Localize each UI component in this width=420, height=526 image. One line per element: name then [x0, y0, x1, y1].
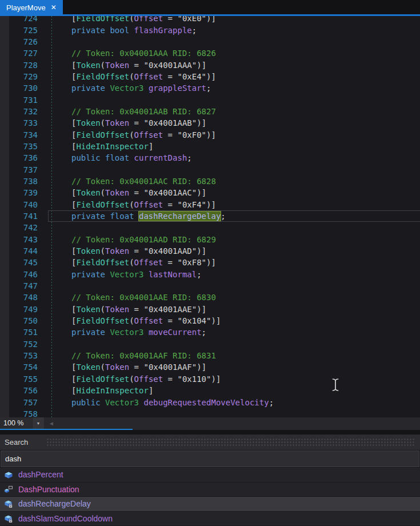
line-number[interactable]: 734 [0, 130, 38, 140]
line-number[interactable]: 747 [0, 281, 38, 290]
code-line[interactable]: 729[FieldOffset(Offset = "0xE4")] [0, 71, 420, 82]
line-number[interactable]: 731 [0, 95, 38, 105]
line-number[interactable]: 726 [0, 37, 38, 46]
line-number[interactable]: 749 [0, 305, 38, 314]
line-number[interactable]: 736 [0, 153, 38, 162]
line-number[interactable]: 745 [0, 258, 38, 267]
code-line[interactable]: 747 [0, 280, 420, 292]
code-text: public float currentDash; [38, 153, 192, 162]
code-line[interactable]: 728[Token(Token = "0x4001AAA")] [0, 59, 420, 70]
code-line[interactable]: 748// Token: 0x04001AAE RID: 6830 [0, 292, 420, 303]
search-result-row[interactable]: dashPercent [0, 468, 420, 483]
line-number[interactable]: 754 [0, 362, 38, 372]
line-number[interactable]: 750 [0, 316, 38, 325]
code-line[interactable]: 734[FieldOffset(Offset = "0xF0")] [0, 129, 420, 140]
code-line[interactable]: 731 [0, 94, 420, 105]
code-line[interactable]: 742 [0, 222, 420, 233]
line-number[interactable]: 742 [0, 223, 38, 232]
code-token: Token [105, 61, 129, 70]
close-icon[interactable]: ✕ [51, 4, 57, 11]
code-token: FieldOffset [76, 16, 129, 23]
line-number[interactable]: 744 [0, 246, 38, 256]
line-number[interactable]: 728 [0, 61, 38, 70]
code-token: "0x4001AAE" [143, 305, 197, 314]
code-line[interactable]: 739[Token(Token = "0x4001AAC")] [0, 187, 420, 198]
search-result-row[interactable]: dashRechargeDelay [0, 497, 420, 512]
line-number[interactable]: 751 [0, 328, 38, 337]
code-line[interactable]: 749[Token(Token = "0x4001AAE")] [0, 304, 420, 315]
code-token: Vector3 [110, 328, 143, 337]
line-number[interactable]: 756 [0, 386, 38, 395]
code-editor[interactable]: 724[FieldOffset(Offset = "0xE0")]725priv… [0, 16, 420, 417]
code-line[interactable]: 753// Token: 0x04001AAF RID: 6831 [0, 350, 420, 361]
code-line[interactable]: 740[FieldOffset(Offset = "0xF4")] [0, 199, 420, 210]
code-token: = [163, 258, 177, 267]
code-line[interactable]: 732// Token: 0x04001AAB RID: 6827 [0, 106, 420, 117]
line-number[interactable]: 738 [0, 177, 38, 186]
code-text: [Token(Token = "0x4001AAE")] [38, 305, 206, 314]
code-token: )] [197, 305, 206, 314]
line-number[interactable]: 746 [0, 270, 38, 279]
code-line-current[interactable]: 741private float dashRechargeDelay; [0, 210, 420, 222]
code-token: flashGrapple [134, 26, 192, 35]
code-line[interactable]: 746private Vector3 lastNormal; [0, 269, 420, 280]
code-line[interactable]: 743// Token: 0x04001AAD RID: 6829 [0, 234, 420, 245]
line-number[interactable]: 755 [0, 374, 38, 384]
search-panel-header[interactable]: Search [0, 435, 420, 450]
code-line[interactable]: 730private Vector3 grappleStart; [0, 82, 420, 94]
code-line[interactable]: 735[HideInInspector] [0, 141, 420, 152]
line-number[interactable]: 753 [0, 351, 38, 360]
zoom-dropdown-button[interactable]: ▼ [33, 417, 44, 429]
zoom-level-combobox[interactable]: 100 % [0, 417, 32, 429]
code-token: public [71, 153, 105, 162]
tab-playermove[interactable]: PlayerMove ✕ [0, 0, 63, 15]
code-line[interactable]: 754[Token(Token = "0x4001AAF")] [0, 361, 420, 373]
code-line[interactable]: 727// Token: 0x04001AAA RID: 6826 [0, 47, 420, 59]
line-number[interactable]: 757 [0, 398, 38, 407]
line-number[interactable]: 748 [0, 293, 38, 302]
panel-splitter[interactable] [0, 430, 420, 435]
line-number[interactable]: 739 [0, 188, 38, 197]
code-line[interactable]: 757public Vector3 debugRequestedMoveVelo… [0, 396, 420, 408]
code-line[interactable]: 726 [0, 36, 420, 47]
code-line[interactable]: 738// Token: 0x04001AAC RID: 6828 [0, 176, 420, 187]
search-result-row[interactable]: DashPunctuation [0, 483, 420, 497]
code-line[interactable]: 751private Vector3 moveCurrent; [0, 326, 420, 338]
line-number[interactable]: 724 [0, 16, 38, 23]
line-number[interactable]: 758 [0, 409, 38, 417]
code-line[interactable]: 724[FieldOffset(Offset = "0xE0")] [0, 16, 420, 24]
code-line[interactable]: 745[FieldOffset(Offset = "0xF8")] [0, 257, 420, 268]
code-line[interactable]: 758 [0, 408, 420, 417]
line-number[interactable]: 740 [0, 200, 38, 209]
code-line[interactable]: 756[HideInInspector] [0, 385, 420, 396]
line-number[interactable]: 741 [0, 212, 38, 221]
code-line[interactable]: 725private bool flashGrapple; [0, 24, 420, 35]
scroll-left-arrow-icon[interactable]: ◄ [49, 420, 54, 427]
code-line[interactable]: 750[FieldOffset(Offset = "0x104")] [0, 315, 420, 326]
search-input[interactable] [1, 451, 419, 467]
line-number[interactable]: 725 [0, 26, 38, 35]
code-text: [Token(Token = "0x4001AAC")] [38, 188, 206, 197]
code-token: bool [110, 26, 134, 35]
line-number[interactable]: 735 [0, 142, 38, 151]
line-number[interactable]: 732 [0, 107, 38, 116]
code-line[interactable]: 755[FieldOffset(Offset = "0x110")] [0, 373, 420, 385]
line-number[interactable]: 733 [0, 118, 38, 127]
line-number[interactable]: 727 [0, 49, 38, 58]
code-line[interactable]: 737 [0, 164, 420, 175]
field-icon [4, 470, 13, 479]
code-line[interactable]: 744[Token(Token = "0x4001AAD")] [0, 245, 420, 257]
code-line[interactable]: 752 [0, 338, 420, 350]
code-line[interactable]: 733[Token(Token = "0x4001AAB")] [0, 117, 420, 129]
line-number[interactable]: 737 [0, 165, 38, 174]
line-number[interactable]: 729 [0, 72, 38, 81]
code-token: private [71, 328, 110, 337]
line-number[interactable]: 743 [0, 235, 38, 244]
line-number[interactable]: 730 [0, 83, 38, 93]
horizontal-scrollbar[interactable]: ◄ [44, 417, 420, 429]
code-token: = [129, 118, 143, 127]
code-line[interactable]: 736public float currentDash; [0, 152, 420, 164]
search-result-row[interactable]: dashSlamSoundCooldown [0, 512, 420, 526]
line-number[interactable]: 752 [0, 340, 38, 349]
code-token: Token [105, 188, 129, 197]
